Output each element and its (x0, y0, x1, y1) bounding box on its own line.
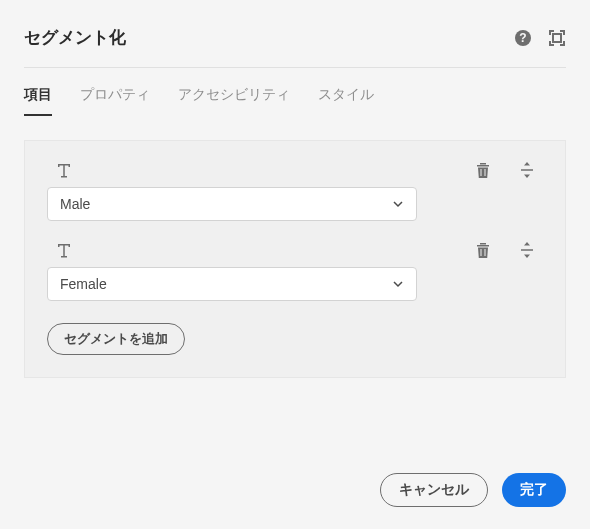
panel-title: セグメント化 (24, 26, 126, 49)
done-button[interactable]: 完了 (502, 473, 566, 507)
select-value: Female (60, 276, 107, 292)
segment-row: Female (47, 237, 543, 301)
expand-icon[interactable] (519, 162, 535, 178)
add-segment-button[interactable]: セグメントを追加 (47, 323, 185, 355)
chevron-down-icon (392, 278, 404, 290)
panel-header: セグメント化 ? (24, 26, 566, 68)
text-type-icon[interactable] (55, 241, 73, 259)
tab-style[interactable]: スタイル (318, 86, 374, 116)
help-icon[interactable]: ? (514, 29, 532, 47)
segment-select[interactable]: Male (47, 187, 417, 221)
tab-items[interactable]: 項目 (24, 86, 52, 116)
cancel-button[interactable]: キャンセル (380, 473, 488, 507)
tabs-bar: 項目 プロパティ アクセシビリティ スタイル (0, 68, 590, 116)
chevron-down-icon (392, 198, 404, 210)
segment-row: Male (47, 157, 543, 221)
select-value: Male (60, 196, 90, 212)
segmentation-panel: セグメント化 ? (0, 0, 590, 68)
segment-select[interactable]: Female (47, 267, 417, 301)
text-type-icon[interactable] (55, 161, 73, 179)
tab-accessibility[interactable]: アクセシビリティ (178, 86, 290, 116)
fullscreen-icon[interactable] (548, 29, 566, 47)
svg-text:?: ? (519, 31, 526, 45)
delete-icon[interactable] (475, 162, 491, 179)
expand-icon[interactable] (519, 242, 535, 258)
segments-container: Male Female (24, 140, 566, 378)
delete-icon[interactable] (475, 242, 491, 259)
tab-properties[interactable]: プロパティ (80, 86, 150, 116)
header-icons: ? (514, 29, 566, 47)
svg-rect-2 (553, 34, 561, 42)
dialog-footer: キャンセル 完了 (380, 473, 566, 507)
segment-toolbar (47, 237, 543, 267)
segment-toolbar (47, 157, 543, 187)
